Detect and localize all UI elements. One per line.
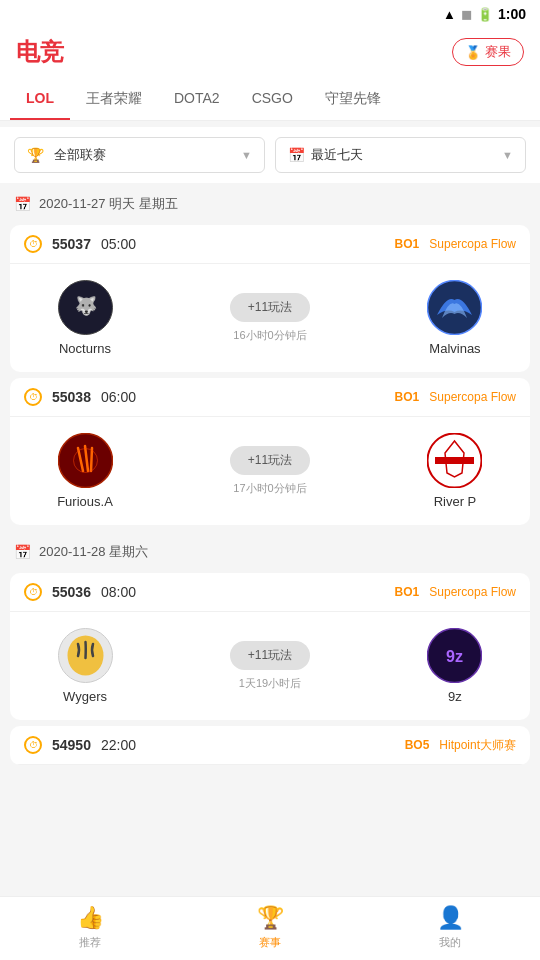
date-section-1: 📅 2020-11-27 明天 星期五 [0,183,540,219]
match-id-4: 54950 [52,737,91,753]
battery-icon: 🔋 [477,7,493,22]
team-b-1: Malvinas [390,280,520,356]
match-time-1: 05:00 [101,236,136,252]
clock-icon-2: ⏱ [24,388,42,406]
match-id-1: 55037 [52,236,91,252]
match-id-2: 55038 [52,389,91,405]
app-title: 电竞 [16,36,64,68]
header: 电竞 🏅 赛果 [0,28,540,80]
team-logo-a-3 [58,628,113,683]
match-header-3: ⏱ 55036 08:00 BO1 Supercopa Flow [10,573,530,612]
tab-overwatch[interactable]: 守望先锋 [309,80,397,120]
match-card-55037: ⏱ 55037 05:00 BO1 Supercopa Flow 🐺 Noctu… [10,225,530,372]
clock-icon-4: ⏱ [24,736,42,754]
play-button-3[interactable]: +11玩法 [230,641,310,670]
wifi-icon: ▲ [443,7,456,22]
status-bar: ▲ ◼ 🔋 1:00 [0,0,540,28]
team-logo-b-1 [427,280,482,335]
profile-icon: 👤 [437,905,464,931]
team-logo-a-2 [58,433,113,488]
league-filter-label: 全部联赛 [54,146,106,164]
date-label-1: 2020-11-27 明天 星期五 [39,195,178,213]
tab-dota2[interactable]: DOTA2 [158,80,236,120]
match-time-2: 06:00 [101,389,136,405]
team-a-1: 🐺 Nocturns [20,280,150,356]
match-time-3: 08:00 [101,584,136,600]
match-type-2: BO1 [395,390,420,404]
match-type-4: BO5 [405,738,430,752]
team-logo-a-1: 🐺 [58,280,113,335]
clock-icon-1: ⏱ [24,235,42,253]
match-time-4: 22:00 [101,737,136,753]
match-body-3: Wygers +11玩法 1天19小时后 9z 9z [10,612,530,720]
time-display: 1:00 [498,6,526,22]
team-name-a-1: Nocturns [59,341,111,356]
tab-wzry[interactable]: 王者荣耀 [70,80,158,120]
match-id-3: 55036 [52,584,91,600]
countdown-2: 17小时0分钟后 [233,481,306,496]
filter-bar: 🏆 全部联赛 ▼ 📅 最近七天 ▼ [0,127,540,183]
nav-events[interactable]: 🏆 赛事 [235,905,305,950]
match-body-1: 🐺 Nocturns +11玩法 16小时0分钟后 M [10,264,530,372]
team-a-3: Wygers [20,628,150,704]
match-league-2: Supercopa Flow [429,390,516,404]
team-a-2: Furious.A [20,433,150,509]
team-b-3: 9z 9z [390,628,520,704]
tab-lol[interactable]: LOL [10,80,70,120]
nav-recommend[interactable]: 👍 推荐 [55,905,125,950]
date-filter[interactable]: 📅 最近七天 ▼ [275,137,526,173]
team-name-b-2: River P [434,494,477,509]
team-name-a-3: Wygers [63,689,107,704]
status-icons: ▲ ◼ 🔋 1:00 [443,6,526,22]
nav-events-label: 赛事 [259,935,281,950]
match-card-55038: ⏱ 55038 06:00 BO1 Supercopa Flow Furious… [10,378,530,525]
league-filter[interactable]: 🏆 全部联赛 ▼ [14,137,265,173]
match-type-3: BO1 [395,585,420,599]
team-name-a-2: Furious.A [57,494,113,509]
game-tabs: LOL 王者荣耀 DOTA2 CSGO 守望先锋 [0,80,540,121]
match-center-3: +11玩法 1天19小时后 [230,641,310,691]
svg-text:9z: 9z [447,648,464,665]
nav-profile[interactable]: 👤 我的 [415,905,485,950]
filter-trophy-icon: 🏆 [27,147,44,163]
signal-icon: ◼ [461,7,472,22]
match-card-54950: ⏱ 54950 22:00 BO5 Hitpoint大师赛 [10,726,530,765]
match-center-2: +11玩法 17小时0分钟后 [230,446,310,496]
clock-icon-3: ⏱ [24,583,42,601]
match-center-1: +11玩法 16小时0分钟后 [230,293,310,343]
play-button-1[interactable]: +11玩法 [230,293,310,322]
team-logo-b-3: 9z [427,628,482,683]
countdown-1: 16小时0分钟后 [233,328,306,343]
calendar-icon: 📅 [288,147,305,163]
result-label: 赛果 [485,43,511,61]
calendar-icon-2: 📅 [14,544,31,560]
match-league-4: Hitpoint大师赛 [439,737,516,754]
tab-csgo[interactable]: CSGO [236,80,309,120]
countdown-3: 1天19小时后 [239,676,301,691]
match-body-2: Furious.A +11玩法 17小时0分钟后 River P [10,417,530,525]
nav-recommend-label: 推荐 [79,935,101,950]
trophy-icon: 🏅 [465,45,481,60]
chevron-down-icon: ▼ [241,149,252,161]
match-header-2: ⏱ 55038 06:00 BO1 Supercopa Flow [10,378,530,417]
recommend-icon: 👍 [77,905,104,931]
date-section-2: 📅 2020-11-28 星期六 [0,531,540,567]
team-name-b-3: 9z [448,689,462,704]
calendar-icon-1: 📅 [14,196,31,212]
svg-text:🐺: 🐺 [74,295,97,317]
match-header-1: ⏱ 55037 05:00 BO1 Supercopa Flow [10,225,530,264]
match-header-4: ⏱ 54950 22:00 BO5 Hitpoint大师赛 [10,726,530,765]
result-button[interactable]: 🏅 赛果 [452,38,524,66]
events-icon: 🏆 [257,905,284,931]
match-league-1: Supercopa Flow [429,237,516,251]
match-card-55036: ⏱ 55036 08:00 BO1 Supercopa Flow Wygers [10,573,530,720]
match-league-3: Supercopa Flow [429,585,516,599]
date-filter-label: 最近七天 [311,146,363,164]
bottom-nav: 👍 推荐 🏆 赛事 👤 我的 [0,896,540,960]
match-type-1: BO1 [395,237,420,251]
play-button-2[interactable]: +11玩法 [230,446,310,475]
chevron-down-icon-2: ▼ [502,149,513,161]
date-label-2: 2020-11-28 星期六 [39,543,148,561]
team-name-b-1: Malvinas [429,341,480,356]
nav-profile-label: 我的 [439,935,461,950]
